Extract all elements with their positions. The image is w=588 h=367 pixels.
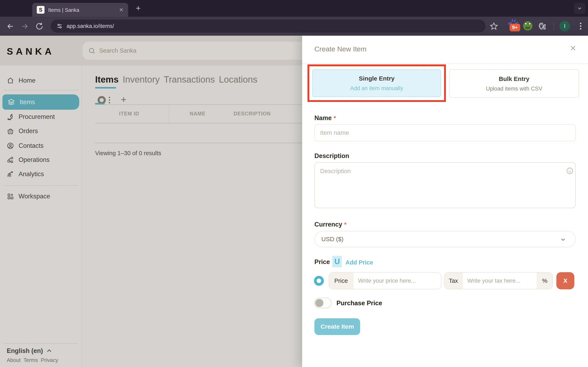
create-item-button[interactable]: Create Item bbox=[314, 318, 360, 335]
person-circle-icon bbox=[7, 142, 14, 150]
sidebar-divider bbox=[4, 185, 78, 186]
sidebar-footer: About Terms Privacy bbox=[7, 357, 58, 363]
sanka-logo[interactable]: SANKA bbox=[7, 46, 54, 57]
price-input-group: Price bbox=[329, 272, 441, 289]
chevron-down-icon bbox=[577, 6, 582, 11]
extensions-puzzle-icon[interactable] bbox=[538, 22, 547, 31]
bulk-entry-title: Bulk Entry bbox=[499, 75, 529, 82]
frog-extension-icon[interactable] bbox=[523, 21, 532, 31]
sidebar-item-label: Workspace bbox=[18, 193, 50, 200]
layers-icon bbox=[7, 98, 15, 106]
column-header-item-id[interactable]: ITEM ID bbox=[119, 111, 139, 117]
hand-bag-icon bbox=[7, 113, 14, 120]
remove-price-button[interactable]: X bbox=[556, 272, 574, 289]
tab-locations[interactable]: Locations bbox=[219, 75, 257, 85]
bulk-entry-card[interactable]: Bulk Entry Upload items with CSV bbox=[449, 69, 579, 98]
tab-search-button[interactable] bbox=[574, 3, 585, 14]
description-field[interactable] bbox=[314, 162, 576, 208]
add-price-link[interactable]: Add Price bbox=[346, 259, 373, 266]
reload-icon[interactable] bbox=[35, 22, 44, 31]
purchase-price-label: Purchase Price bbox=[337, 300, 382, 307]
column-header-name[interactable]: NAME bbox=[190, 111, 206, 117]
sidebar-item-label: Home bbox=[18, 77, 35, 84]
chevron-down-icon bbox=[560, 236, 566, 243]
sidebar-item-workspace[interactable]: Workspace bbox=[0, 192, 81, 201]
sidebar-divider bbox=[4, 90, 78, 90]
grid-plus-icon bbox=[7, 193, 14, 200]
create-item-panel: Create New Item Single Entry Add an item… bbox=[302, 36, 588, 367]
results-status: Viewing 1–30 of 0 results bbox=[95, 150, 161, 157]
app-window: SANKA Search Sanka Home Items Procuremen… bbox=[0, 36, 588, 367]
panel-divider bbox=[302, 63, 588, 64]
price-label: Price bbox=[314, 258, 330, 266]
sidebar-item-label: Items bbox=[20, 99, 35, 106]
toggle-knob bbox=[315, 299, 323, 307]
tax-field[interactable] bbox=[462, 273, 537, 289]
currency-select[interactable]: USD ($) bbox=[314, 231, 576, 247]
sidebar-item-operations[interactable]: Operations bbox=[0, 155, 81, 165]
column-divider bbox=[169, 105, 169, 123]
sidebar-item-label: Orders bbox=[18, 127, 38, 135]
table-row-border bbox=[95, 143, 302, 143]
browser-tab[interactable]: S Items | Sanka bbox=[32, 3, 128, 17]
about-link[interactable]: About bbox=[7, 357, 21, 363]
emoji-icon[interactable] bbox=[566, 167, 574, 175]
required-asterisk: * bbox=[334, 115, 336, 121]
tab-items[interactable]: Items bbox=[95, 75, 119, 85]
sidebar-item-label: Operations bbox=[18, 156, 50, 164]
main-content: Items Inventory Transactions Locations +… bbox=[82, 66, 302, 367]
back-icon[interactable] bbox=[6, 22, 15, 31]
column-header-description[interactable]: DESCRIPTION bbox=[233, 111, 271, 117]
view-options-icon[interactable] bbox=[108, 96, 111, 104]
close-icon[interactable] bbox=[570, 45, 577, 52]
currency-label: Currency* bbox=[314, 221, 346, 228]
price-field[interactable] bbox=[353, 273, 441, 289]
sidebar-item-home[interactable]: Home bbox=[0, 76, 81, 85]
page-tabs: Items Inventory Transactions Locations bbox=[95, 75, 258, 85]
extension-badge[interactable]: 9+ bbox=[510, 24, 520, 31]
active-view-underline bbox=[95, 103, 104, 104]
toolbar-separator bbox=[554, 22, 554, 30]
tab-inventory[interactable]: Inventory bbox=[123, 75, 160, 85]
browser-menu-icon[interactable] bbox=[577, 22, 584, 31]
tax-segment-label: Tax bbox=[444, 273, 462, 289]
nodes-icon bbox=[7, 156, 14, 164]
language-selector[interactable]: English (en) bbox=[7, 347, 52, 355]
forward-icon[interactable] bbox=[20, 22, 29, 31]
home-icon bbox=[7, 77, 14, 84]
tab-favicon: S bbox=[37, 6, 44, 14]
purchase-price-toggle[interactable] bbox=[314, 298, 332, 308]
url-bar[interactable]: app.sanka.io/items/ bbox=[51, 20, 485, 33]
privacy-link[interactable]: Privacy bbox=[41, 357, 58, 363]
sidebar-item-orders[interactable]: Orders bbox=[0, 126, 81, 136]
price-segment-label: Price bbox=[329, 273, 353, 289]
tab-close-icon[interactable] bbox=[118, 7, 124, 13]
terms-link[interactable]: Terms bbox=[24, 357, 38, 363]
single-entry-title: Single Entry bbox=[359, 75, 394, 82]
frog-eye bbox=[525, 22, 527, 25]
profile-avatar[interactable]: I bbox=[559, 21, 570, 31]
new-tab-button[interactable]: + bbox=[134, 4, 143, 13]
tab-transactions[interactable]: Transactions bbox=[164, 75, 215, 85]
sidebar-item-analytics[interactable]: Analytics bbox=[0, 169, 81, 179]
browser-toolbar: app.sanka.io/items/ 9+ I bbox=[0, 17, 588, 36]
sidebar-divider bbox=[4, 343, 78, 344]
currency-value: USD ($) bbox=[321, 236, 343, 243]
active-tab-underline bbox=[95, 87, 116, 89]
add-view-button[interactable]: + bbox=[121, 94, 126, 105]
bookmark-star-icon[interactable] bbox=[490, 22, 498, 30]
sidebar-item-items[interactable]: Items bbox=[2, 94, 79, 110]
frog-eye bbox=[528, 22, 531, 25]
price-radio[interactable] bbox=[314, 276, 324, 286]
single-entry-card[interactable]: Single Entry Add an item manually bbox=[312, 69, 441, 97]
search-icon bbox=[88, 47, 95, 54]
search-input[interactable]: Search Sanka bbox=[82, 42, 328, 60]
table-header-border bbox=[95, 123, 302, 123]
sidebar: Home Items Procurement Orders Contacts O… bbox=[0, 66, 81, 367]
sidebar-item-procurement[interactable]: Procurement bbox=[0, 112, 81, 122]
description-label: Description bbox=[314, 152, 349, 160]
sidebar-item-contacts[interactable]: Contacts bbox=[0, 141, 81, 151]
item-name-field[interactable] bbox=[314, 124, 576, 141]
site-settings-icon[interactable] bbox=[56, 22, 63, 30]
sidebar-item-label: Contacts bbox=[18, 142, 43, 150]
